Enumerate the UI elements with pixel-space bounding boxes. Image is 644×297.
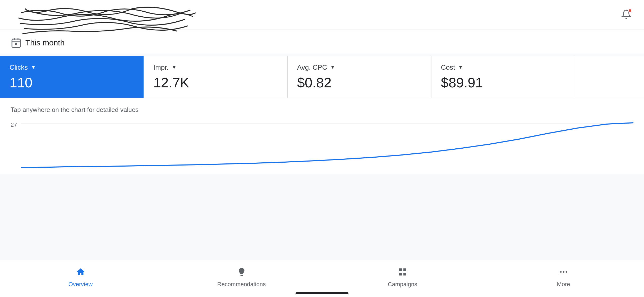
date-filter-bar: This month [0,30,644,54]
notification-dot [628,9,632,12]
metric-clicks-dropdown: ▼ [31,65,36,70]
nav-campaigns-label: Campaigns [388,281,417,288]
chart-hint: Tap anywhere on the chart for detailed v… [11,106,633,114]
svg-point-7 [563,271,564,273]
lightbulb-icon [237,267,246,279]
date-filter-button[interactable]: This month [11,37,65,48]
metric-cost[interactable]: Cost ▼ $89.91 [431,56,575,98]
notification-button[interactable] [619,7,633,24]
bottom-nav: Overview Recommendations Campaigns More [0,260,644,297]
header [0,0,644,30]
metric-cost-dropdown: ▼ [458,65,463,70]
metric-empty [575,56,644,98]
metric-impressions-value: 12.7K [153,76,278,89]
svg-point-5 [15,44,17,45]
metrics-row: Clicks ▼ 110 Impr. ▼ 12.7K Avg. CPC ▼ $0… [0,56,644,98]
grid-icon [398,267,407,279]
nav-recommendations[interactable]: Recommendations [161,260,322,297]
metric-cost-header: Cost ▼ [441,63,565,72]
home-indicator [296,292,348,294]
chart-area[interactable]: Tap anywhere on the chart for detailed v… [0,98,644,174]
metric-clicks[interactable]: Clicks ▼ 110 [0,56,144,98]
chart-container[interactable]: 27 [11,121,633,169]
chart-y-label: 27 [11,121,17,128]
date-filter-label: This month [25,38,65,47]
svg-point-8 [565,271,567,273]
nav-recommendations-label: Recommendations [217,281,266,288]
metric-impressions-name: Impr. [153,63,169,72]
metric-avg-cpc-header: Avg. CPC ▼ [297,63,422,72]
home-icon [76,267,85,279]
metric-avg-cpc[interactable]: Avg. CPC ▼ $0.82 [288,56,431,98]
nav-overview-label: Overview [68,281,93,288]
metric-impressions-dropdown: ▼ [172,65,177,70]
metric-clicks-name: Clicks [10,63,28,72]
metric-impressions[interactable]: Impr. ▼ 12.7K [144,56,288,98]
nav-more[interactable]: More [483,260,644,297]
header-right [619,7,633,24]
chart-line-svg [21,121,633,169]
nav-overview[interactable]: Overview [0,260,161,297]
nav-campaigns[interactable]: Campaigns [322,260,483,297]
metric-avg-cpc-value: $0.82 [297,76,422,89]
metric-clicks-header: Clicks ▼ [10,63,134,72]
metric-avg-cpc-name: Avg. CPC [297,63,327,72]
metric-impressions-header: Impr. ▼ [153,63,278,72]
metric-avg-cpc-dropdown: ▼ [330,65,335,70]
metric-clicks-value: 110 [10,76,134,89]
calendar-icon [11,37,22,48]
nav-more-label: More [557,281,570,288]
svg-point-6 [560,271,562,273]
metric-cost-value: $89.91 [441,76,565,89]
metric-cost-name: Cost [441,63,455,72]
dots-icon [559,267,568,279]
